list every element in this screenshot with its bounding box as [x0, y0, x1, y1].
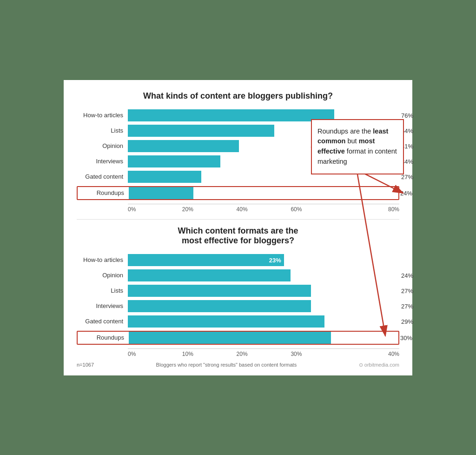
bar-fill: [128, 109, 334, 121]
chart2-wrapper: Which content formats are the most effec…: [77, 226, 399, 357]
chart2-x-axis: 0%10%20%30%40%: [128, 348, 399, 357]
bar-fill: [128, 300, 311, 312]
chart1-wrapper: What kinds of content are bloggers publi…: [77, 91, 399, 213]
bar-label: Roundups: [78, 334, 129, 341]
bar-track: 29%: [128, 315, 399, 328]
bar-label: Lists: [77, 287, 128, 294]
x-tick: 10%: [182, 351, 237, 357]
x-tick: 80%: [345, 206, 399, 213]
footer-description: Bloggers who report "strong results" bas…: [156, 362, 297, 368]
x-tick: 30%: [291, 351, 345, 357]
footer-n: n=1067: [77, 362, 94, 368]
x-tick: 0%: [128, 206, 182, 213]
x-tick: 20%: [237, 351, 291, 357]
bar-row: How-to articles23%: [77, 254, 399, 266]
bar-track: 27%: [128, 285, 399, 297]
bar-label: Lists: [77, 127, 128, 134]
bar-fill: [128, 155, 220, 167]
chart1-title: What kinds of content are bloggers publi…: [77, 91, 399, 101]
x-tick: 40%: [237, 206, 291, 213]
x-tick: 0%: [128, 351, 182, 357]
x-tick: 40%: [345, 351, 399, 357]
bar-pct-label: 27%: [401, 302, 413, 309]
bar-label: Roundups: [78, 189, 129, 196]
bar-pct-label: 29%: [401, 318, 413, 325]
bar-row: Interviews27%: [77, 300, 399, 312]
main-card: What kinds of content are bloggers publi…: [64, 80, 412, 375]
bar-label: Opinion: [77, 272, 128, 279]
bar-track: 27%: [128, 300, 399, 312]
bar-track: 30%: [129, 332, 398, 344]
bar-row: Opinion24%: [77, 269, 399, 281]
bar-fill: [128, 285, 311, 297]
chart1-x-axis: 0%20%40%60%80%: [128, 204, 399, 213]
bar-pct-label: 24%: [400, 189, 412, 196]
bar-label: Opinion: [77, 142, 128, 149]
bar-track: 24%: [129, 187, 398, 199]
bar-fill: [128, 125, 274, 137]
section-divider: [77, 219, 399, 220]
callout-text-mid: but: [345, 137, 358, 145]
bar-row: Lists27%: [77, 285, 399, 297]
bar-fill: [129, 332, 331, 344]
bar-fill: [128, 171, 201, 183]
bar-pct-label: 24%: [401, 272, 413, 279]
bar-label: Interviews: [77, 158, 128, 165]
bar-fill: 23%: [128, 254, 284, 266]
callout-box: Roundups are the least common but most e…: [311, 119, 404, 174]
bar-label: How-to articles: [77, 256, 128, 263]
chart2-title: Which content formats are the most effec…: [77, 226, 399, 246]
x-tick: 20%: [182, 206, 237, 213]
bar-row: Roundups30%: [77, 331, 399, 345]
chart2-bars: How-to articles23%Opinion24%Lists27%Inte…: [77, 254, 399, 345]
footer-logo: ⊙ orbitmedia.com: [359, 362, 399, 368]
bar-track: 24%: [128, 269, 399, 281]
bar-fill: [128, 269, 291, 281]
bar-fill: [128, 315, 324, 328]
bar-label: Gated content: [77, 173, 128, 180]
bar-fill: [129, 187, 193, 199]
bar-pct-label: 23%: [269, 256, 281, 263]
bar-label: How-to articles: [77, 112, 128, 119]
callout-text-before: Roundups are the: [317, 127, 373, 135]
bar-label: Gated content: [77, 318, 128, 325]
bar-pct-label: 76%: [401, 112, 413, 119]
bar-fill: [128, 140, 239, 152]
bar-row: Roundups24%: [77, 186, 399, 200]
footer: n=1067 Bloggers who report "strong resul…: [77, 362, 399, 368]
bar-pct-label: 27%: [401, 287, 413, 294]
bar-pct-label: 30%: [400, 334, 412, 341]
bar-track: 23%: [128, 254, 399, 266]
bar-row: Gated content29%: [77, 315, 399, 328]
x-tick: 60%: [291, 206, 345, 213]
bar-label: Interviews: [77, 302, 128, 309]
